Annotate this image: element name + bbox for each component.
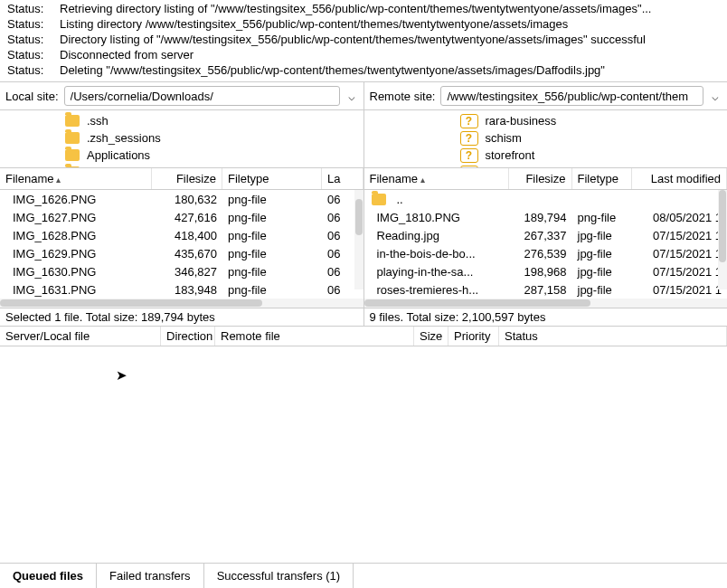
scrollbar[interactable]	[354, 190, 364, 289]
tree-label: Applications	[83, 148, 154, 162]
tab-queued[interactable]: Queued files	[0, 564, 97, 588]
file-row[interactable]: IMG_1628.PNG418,400png-file06	[0, 226, 364, 244]
tree-item[interactable]: .zsh_sessions	[33, 129, 364, 147]
file-row[interactable]: roses-tremieres-h...287,158jpg-file07/15…	[364, 280, 728, 299]
local-path-input[interactable]	[64, 86, 340, 106]
col-filetype: Filetype	[572, 168, 632, 189]
tree-label: .zsh_sessions	[83, 131, 165, 145]
unknown-folder-icon: ?	[460, 114, 478, 128]
parent-dir-row[interactable]: ..	[364, 190, 728, 208]
file-row[interactable]: IMG_1626.PNG180,632png-file06	[0, 190, 364, 208]
folder-icon	[372, 194, 386, 205]
remote-tree[interactable]: ?rara-business?schism?storefront?twentyn…	[364, 110, 728, 167]
tree-item[interactable]: Applications	[33, 147, 364, 164]
local-site-label: Local site:	[5, 90, 59, 103]
file-row[interactable]: in-the-bois-de-bo...276,539jpg-file07/15…	[364, 244, 728, 262]
remote-path-input[interactable]	[440, 86, 703, 106]
remote-file-list[interactable]: ..IMG_1810.PNG189,794png-file08/05/2021 …	[364, 190, 728, 299]
file-row[interactable]: IMG_1631.PNG183,948png-file06	[0, 280, 364, 299]
scrollbar[interactable]	[718, 190, 727, 289]
status-log: Status:Retrieving directory listing of "…	[0, 0, 727, 81]
tab-successful[interactable]: Successful transfers (1)	[204, 564, 354, 588]
folder-icon	[65, 149, 80, 161]
file-row[interactable]: IMG_1627.PNG427,616png-file06	[0, 208, 364, 226]
remote-site-label: Remote site:	[370, 90, 436, 103]
tree-label: schism	[482, 131, 525, 145]
transfer-tabs: Queued files Failed transfers Successful…	[0, 563, 727, 588]
col-filename: Filename	[364, 168, 509, 189]
file-row[interactable]: Reading.jpg267,337jpg-file07/15/2021 1	[364, 226, 728, 244]
col-lastmod: Last modified	[632, 168, 728, 189]
h-scrollbar[interactable]	[364, 299, 728, 308]
col-lastmod: La	[322, 168, 364, 189]
folder-icon	[65, 115, 80, 127]
chevron-down-icon[interactable]: ⌵	[709, 90, 722, 103]
col-filename: Filename	[0, 168, 152, 189]
tree-item[interactable]: ?schism	[446, 129, 728, 147]
file-row[interactable]: IMG_1810.PNG189,794png-file08/05/2021 1	[364, 208, 728, 226]
col-filetype: Filetype	[222, 168, 322, 189]
file-row[interactable]: playing-in-the-sa...198,968jpg-file07/15…	[364, 262, 728, 280]
folder-icon	[65, 166, 80, 167]
local-tree[interactable]: .ssh.zsh_sessionsApplications▸Desktop▸Do…	[0, 110, 364, 167]
chevron-down-icon[interactable]: ⌵	[345, 90, 358, 103]
unknown-folder-icon: ?	[460, 131, 478, 146]
local-list-header[interactable]: Filename Filesize Filetype La	[0, 167, 364, 190]
unknown-folder-icon: ?	[460, 148, 478, 163]
tree-item[interactable]: .ssh	[33, 112, 364, 129]
file-row[interactable]: IMG_1630.PNG346,827png-file06	[0, 262, 364, 280]
folder-icon	[65, 132, 80, 144]
tree-label: storefront	[482, 148, 539, 162]
file-row[interactable]: IMG_1629.PNG435,670png-file06	[0, 244, 364, 262]
col-filesize: Filesize	[152, 168, 222, 189]
tab-failed[interactable]: Failed transfers	[97, 564, 204, 588]
tree-item[interactable]: ?rara-business	[446, 112, 728, 129]
site-path-bar: Local site: ⌵ Remote site: ⌵	[0, 81, 727, 110]
queue-header[interactable]: Server/Local file Direction Remote file …	[0, 327, 727, 346]
tree-item[interactable]: ?storefront	[446, 147, 728, 164]
remote-list-header[interactable]: Filename Filesize Filetype Last modified	[364, 167, 728, 190]
local-status: Selected 1 file. Total size: 189,794 byt…	[0, 308, 364, 327]
remote-status: 9 files. Total size: 2,100,597 bytes	[364, 308, 728, 327]
tree-label: rara-business	[482, 114, 561, 128]
h-scrollbar[interactable]	[0, 299, 364, 308]
col-filesize: Filesize	[509, 168, 572, 189]
tree-label: .ssh	[83, 114, 112, 128]
queue-body[interactable]	[0, 346, 727, 563]
local-file-list[interactable]: IMG_1626.PNG180,632png-file06IMG_1627.PN…	[0, 190, 364, 299]
